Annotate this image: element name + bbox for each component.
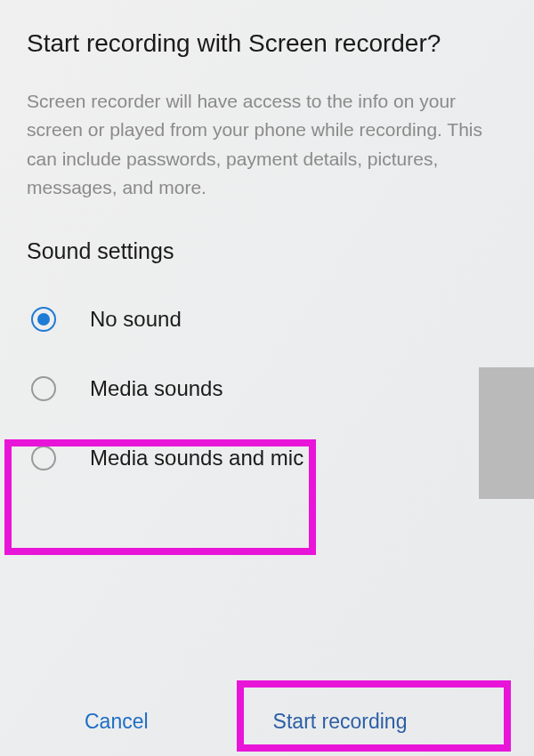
dialog-title: Start recording with Screen recorder? [27, 27, 507, 60]
radio-label-media-sounds: Media sounds [90, 376, 222, 401]
start-recording-button[interactable]: Start recording [273, 710, 408, 734]
radio-option-no-sound[interactable]: No sound [27, 291, 507, 348]
radio-selected-icon [31, 307, 56, 332]
radio-unselected-icon [31, 376, 56, 401]
radio-label-media-and-mic: Media sounds and mic [90, 446, 303, 470]
radio-option-media-and-mic[interactable]: Media sounds and mic [27, 430, 507, 487]
radio-option-media-sounds[interactable]: Media sounds [27, 348, 507, 430]
cancel-button[interactable]: Cancel [85, 710, 149, 734]
radio-label-no-sound: No sound [90, 307, 182, 332]
radio-unselected-icon [31, 446, 56, 470]
scrollbar-area [479, 367, 534, 499]
dialog-description: Screen recorder will have access to the … [27, 87, 507, 203]
sound-settings-header: Sound settings [27, 238, 507, 264]
